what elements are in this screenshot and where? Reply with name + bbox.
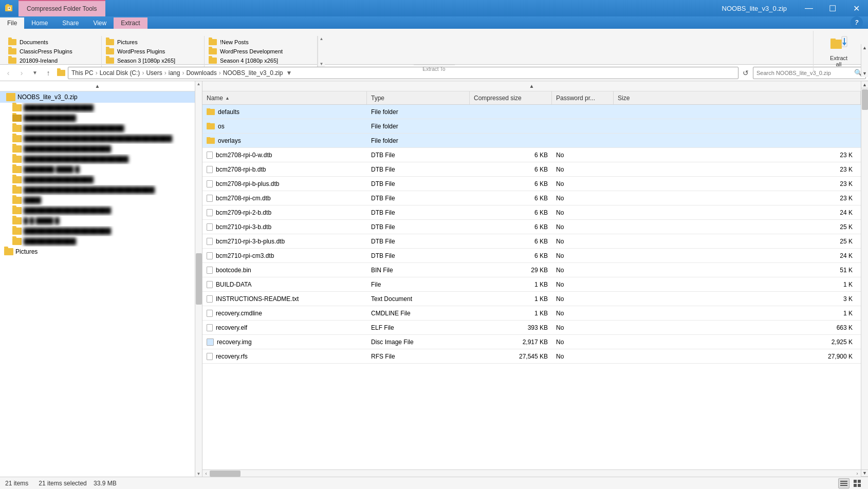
folder-icon xyxy=(12,197,22,204)
cell-password: No xyxy=(552,324,614,331)
folder-icon xyxy=(207,123,215,129)
sidebar-scroll-up[interactable]: ▲ xyxy=(197,82,201,86)
table-row[interactable]: bcm2708-rpi-cm.dtb DTB File 6 KB No 23 K xyxy=(202,191,861,205)
cell-compressed: 1 KB xyxy=(470,310,552,317)
table-row[interactable]: BUILD-DATA File 1 KB No 1 K xyxy=(202,277,861,292)
cell-compressed: 27,545 KB xyxy=(470,353,552,360)
sidebar-item-blur-13[interactable]: ████████████████████ xyxy=(0,226,195,236)
h-scroll-thumb[interactable] xyxy=(210,471,241,477)
sidebar-item-blur-7[interactable]: ███████ ████ █ xyxy=(0,164,195,175)
collapse-arrow[interactable]: ▲ xyxy=(95,83,100,89)
tab-share[interactable]: Share xyxy=(55,17,86,29)
sidebar-item-blur-12[interactable]: █ █ ████ █ xyxy=(0,216,195,226)
h-scroll-right[interactable]: › xyxy=(854,470,861,477)
sidebar-item-pictures[interactable]: Pictures xyxy=(0,247,195,257)
fav-new-posts[interactable]: !New Posts xyxy=(207,38,315,46)
statusbar-right xyxy=(838,478,863,488)
sidebar-item-blur-8[interactable]: ████████████████ xyxy=(0,175,195,185)
sidebar-item-blur-1[interactable]: ████████████████ xyxy=(0,103,195,113)
cell-size: 1 K xyxy=(614,310,861,317)
table-row[interactable]: bcm2710-rpi-3-b-plus.dtb DTB File 6 KB N… xyxy=(202,234,861,249)
zip-icon xyxy=(6,93,15,101)
view-details-button[interactable] xyxy=(838,478,849,488)
table-row[interactable]: recovery.rfs RFS File 27,545 KB No 27,90… xyxy=(202,349,861,364)
close-button[interactable]: ✕ xyxy=(844,0,868,16)
file-icon xyxy=(207,281,213,288)
fav-classicpress-plugins[interactable]: ClassicPress Plugins xyxy=(6,47,99,55)
table-row[interactable]: recovery.img Disc Image File 2,917 KB No… xyxy=(202,335,861,349)
cell-name: defaults xyxy=(202,108,367,116)
cell-name: bcm2708-rpi-b-plus.dtb xyxy=(202,180,367,187)
table-row[interactable]: bcm2709-rpi-2-b.dtb DTB File 6 KB No 24 … xyxy=(202,205,861,220)
folder-icon xyxy=(12,125,22,132)
cell-name: INSTRUCTIONS-README.txt xyxy=(202,295,367,303)
file-icon xyxy=(207,166,213,173)
collapse-control: ▲ xyxy=(0,81,195,91)
sidebar-item-blur-9[interactable]: ██████████████████████████████ xyxy=(0,185,195,195)
fav-season3[interactable]: Season 3 [1080p x265] xyxy=(104,57,202,65)
sidebar-item-blur-3[interactable]: ███████████████████████ xyxy=(0,123,195,134)
fav-pictures[interactable]: Pictures xyxy=(104,38,202,46)
table-row[interactable]: bcm2710-rpi-cm3.dtb DTB File 6 KB No 24 … xyxy=(202,249,861,263)
v-scroll-down[interactable]: ▼ xyxy=(861,469,869,477)
table-row[interactable]: bcm2708-rpi-0-w.dtb DTB File 6 KB No 23 … xyxy=(202,148,861,162)
cell-password: No xyxy=(552,338,614,346)
collapse-right-arrow[interactable]: ▲ xyxy=(529,83,534,89)
tab-home[interactable]: Home xyxy=(24,17,55,29)
table-row[interactable]: bootcode.bin BIN File 29 KB No 51 K xyxy=(202,263,861,277)
v-scroll-up[interactable]: ▲ xyxy=(861,81,869,88)
h-scroll-left[interactable]: ‹ xyxy=(202,470,210,477)
table-row[interactable]: overlays File folder xyxy=(202,134,861,148)
table-row[interactable]: recovery.cmdline CMDLINE File 1 KB No 1 … xyxy=(202,306,861,321)
cell-size: 23 K xyxy=(614,166,861,173)
table-row[interactable]: INSTRUCTIONS-README.txt Text Document 1 … xyxy=(202,292,861,306)
cell-type: File xyxy=(367,281,470,288)
tab-extract[interactable]: Extract xyxy=(114,17,147,29)
sidebar-item-blur-14[interactable]: ████████████ xyxy=(0,236,195,247)
table-row[interactable]: recovery.elf ELF File 393 KB No 663 K xyxy=(202,321,861,335)
restore-button[interactable]: ☐ xyxy=(821,0,844,16)
sidebar-item-blur-2[interactable]: ████████████ xyxy=(0,113,195,123)
col-header-name[interactable]: Name ▲ xyxy=(202,91,367,104)
col-header-password[interactable]: Password pr... xyxy=(552,91,614,104)
fav-season4[interactable]: Season 4 [1080p x265] xyxy=(207,57,315,65)
tab-view[interactable]: View xyxy=(86,17,114,29)
sidebar-item-blur-4[interactable]: ██████████████████████████████████ xyxy=(0,134,195,144)
sidebar-item-blur-6[interactable]: ████████████████████████ xyxy=(0,154,195,164)
compressed-folder-tools-tab[interactable]: Compressed Folder Tools xyxy=(19,0,105,16)
fav-201809-ireland[interactable]: 201809-Ireland xyxy=(6,57,99,65)
app-icon xyxy=(0,0,19,16)
cell-name: bcm2708-rpi-b.dtb xyxy=(202,166,367,173)
tab-file[interactable]: File xyxy=(0,17,24,29)
sidebar-scrollbar: ▲ ▼ xyxy=(195,81,202,477)
cell-size: 23 K xyxy=(614,152,861,159)
v-scroll-thumb[interactable] xyxy=(862,89,868,110)
col-header-type[interactable]: Type xyxy=(367,91,470,104)
minimize-button[interactable]: — xyxy=(797,0,821,16)
h-scroll-track xyxy=(210,470,854,477)
table-row[interactable]: os File folder xyxy=(202,119,861,134)
table-row[interactable]: bcm2710-rpi-3-b.dtb DTB File 6 KB No 25 … xyxy=(202,220,861,234)
col-header-compressed[interactable]: Compressed size xyxy=(470,91,552,104)
extract-all-button[interactable]: Extractall xyxy=(822,33,856,70)
table-row[interactable]: bcm2708-rpi-b-plus.dtb DTB File 6 KB No … xyxy=(202,177,861,191)
sidebar-item-blur-10[interactable]: ████ xyxy=(0,195,195,205)
right-scrollbar: ▲ ▼ xyxy=(861,81,868,477)
sidebar-scroll-down[interactable]: ▼ xyxy=(197,472,201,476)
fav-wordpress-plugins[interactable]: WordPress Plugins xyxy=(104,47,202,55)
ribbon-scroll-down[interactable]: ▼ xyxy=(861,70,868,77)
main-area: ▲ NOOBS_lite_v3_0.zip ████████████████ █… xyxy=(0,81,868,477)
sidebar-item-noobs-zip[interactable]: NOOBS_lite_v3_0.zip xyxy=(0,91,195,103)
sidebar-item-blur-11[interactable]: ████████████████████ xyxy=(0,205,195,216)
view-large-icons-button[interactable] xyxy=(852,478,863,488)
col-header-size[interactable]: Size xyxy=(614,91,861,104)
large-icons-view-icon xyxy=(853,479,861,487)
table-row[interactable]: bcm2708-rpi-b.dtb DTB File 6 KB No 23 K xyxy=(202,162,861,177)
help-button[interactable]: ? xyxy=(851,16,863,29)
sidebar-item-blur-5[interactable]: ████████████████████ xyxy=(0,144,195,154)
svg-rect-15 xyxy=(854,484,857,487)
fav-documents[interactable]: Documents xyxy=(6,38,99,46)
table-row[interactable]: defaults File folder xyxy=(202,105,861,119)
ribbon-scroll-up[interactable]: ▲ xyxy=(861,44,868,51)
fav-wordpress-dev[interactable]: WordPress Development xyxy=(207,47,315,55)
